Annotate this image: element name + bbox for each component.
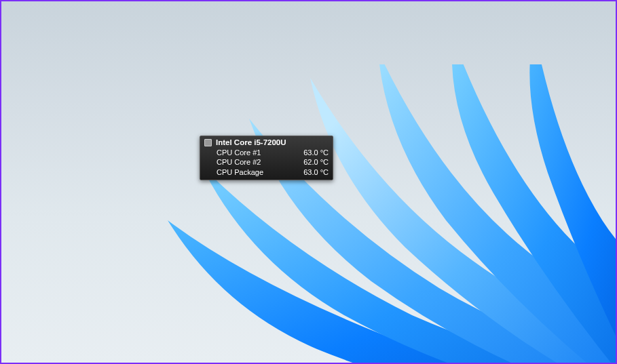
wallpaper-bloom — [127, 64, 616, 363]
sensor-value: 63.0 °C — [303, 167, 329, 177]
sensor-row: CPU Package 63.0 °C — [204, 167, 329, 177]
sensor-label: CPU Package — [217, 167, 263, 177]
gadget-header: Intel Core i5-7200U — [204, 138, 329, 146]
sensor-label: CPU Core #2 — [217, 157, 261, 167]
desktop-wallpaper: Intel Core i5-7200U CPU Core #1 63.0 °C … — [1, 1, 616, 363]
cpu-temperature-gadget[interactable]: Intel Core i5-7200U CPU Core #1 63.0 °C … — [200, 136, 333, 180]
gadget-title: Intel Core i5-7200U — [216, 138, 286, 146]
sensor-value: 63.0 °C — [303, 148, 329, 157]
sensor-value: 62.0 °C — [303, 157, 329, 167]
sensor-row: CPU Core #1 63.0 °C — [204, 148, 329, 157]
sensor-row: CPU Core #2 62.0 °C — [204, 157, 329, 167]
cpu-icon — [204, 139, 212, 146]
sensor-label: CPU Core #1 — [217, 148, 261, 157]
